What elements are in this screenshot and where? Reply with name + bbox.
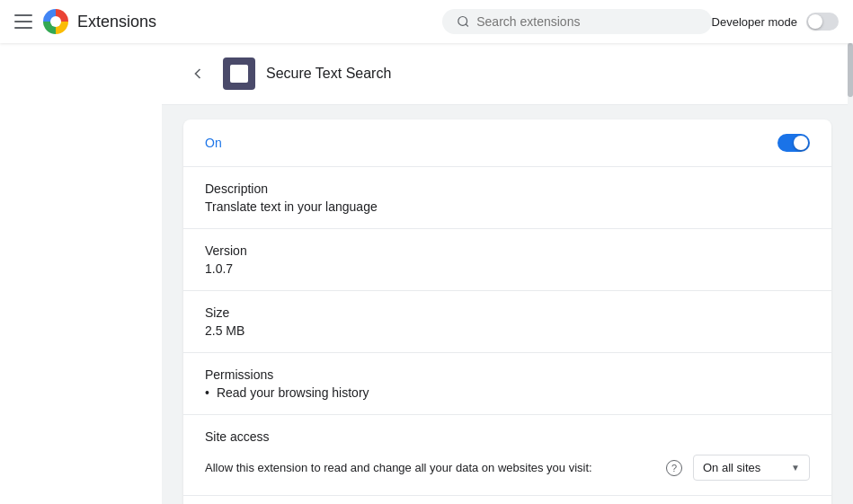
status-row: On — [183, 119, 831, 167]
extension-icon-inner — [230, 65, 248, 83]
permissions-label: Permissions — [205, 367, 810, 382]
search-input[interactable] — [476, 14, 697, 29]
content-area: Secure Text Search On Description Transl… — [162, 43, 853, 504]
main-container: Secure Text Search On Description Transl… — [0, 43, 853, 504]
chrome-logo-icon — [43, 9, 68, 34]
toggle-on-thumb — [794, 136, 808, 150]
version-label: Version — [205, 243, 810, 258]
svg-line-1 — [466, 24, 468, 27]
version-value: 1.0.7 — [205, 261, 810, 276]
extension-enable-toggle[interactable] — [777, 134, 810, 152]
description-value: Translate text in your language — [205, 199, 810, 214]
description-label: Description — [205, 181, 810, 196]
site-access-dropdown[interactable]: On all sites ▼ — [693, 455, 810, 481]
top-bar: Extensions Developer mode — [0, 0, 853, 43]
extension-icon — [223, 57, 255, 90]
permission-item: Read your browsing history — [205, 385, 810, 400]
toggle-thumb — [808, 14, 822, 29]
site-access-section: Site access Allow this extension to read… — [183, 415, 831, 496]
sidebar — [0, 43, 162, 504]
page-title: Extensions — [77, 13, 424, 31]
description-section: Description Translate text in your langu… — [183, 167, 831, 229]
developer-mode-toggle[interactable] — [806, 13, 839, 31]
site-access-description: Allow this extension to read and change … — [205, 461, 655, 474]
site-access-dropdown-value: On all sites — [703, 461, 760, 474]
chevron-down-icon: ▼ — [791, 463, 800, 473]
search-icon — [457, 14, 470, 29]
back-arrow-icon — [189, 65, 207, 83]
extension-name: Secure Text Search — [266, 66, 391, 82]
size-value: 2.5 MB — [205, 323, 810, 338]
version-section: Version 1.0.7 — [183, 229, 831, 291]
site-access-label: Site access — [205, 429, 810, 444]
back-button[interactable] — [183, 59, 212, 88]
extension-detail-card: On Description Translate text in your la… — [183, 119, 831, 504]
extension-header: Secure Text Search — [162, 43, 853, 105]
scrollbar[interactable] — [848, 43, 853, 504]
permissions-section: Permissions Read your browsing history — [183, 353, 831, 415]
scrollbar-thumb — [848, 43, 853, 97]
site-access-control: Allow this extension to read and change … — [205, 455, 810, 481]
developer-mode-label: Developer mode — [712, 15, 797, 29]
hamburger-menu-icon[interactable] — [14, 13, 32, 31]
size-label: Size — [205, 305, 810, 320]
size-section: Size 2.5 MB — [183, 291, 831, 353]
status-label: On — [205, 136, 777, 150]
incognito-section: Allow in Incognito Warning: Google Chrom… — [183, 496, 831, 504]
search-box[interactable] — [442, 9, 712, 34]
svg-point-0 — [458, 17, 466, 26]
help-icon[interactable]: ? — [666, 460, 682, 476]
